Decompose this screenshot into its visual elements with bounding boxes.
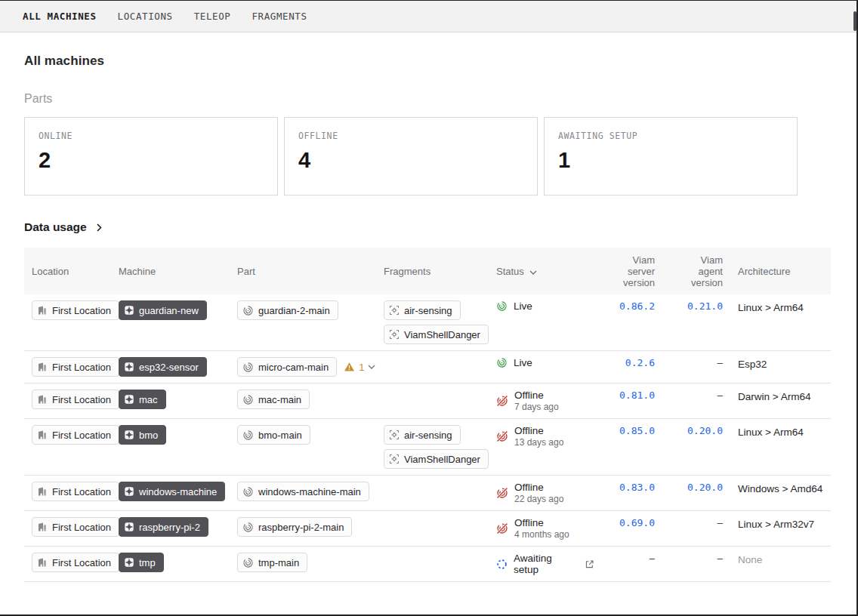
machine-chip[interactable]: mac [119,390,166,409]
location-icon [37,486,48,497]
nav-tab-teleop[interactable]: TELEOP [194,11,231,22]
server-version-link[interactable]: 0.2.6 [625,357,655,368]
machine-icon [124,486,134,497]
machine-chip-label: raspberry-pi-2 [139,522,200,533]
location-chip[interactable]: First Location [32,357,119,377]
agent-version-link[interactable]: 0.20.0 [687,482,723,493]
status-label: Awaiting setup [514,553,579,575]
agent-version-link[interactable]: 0.21.0 [687,300,723,312]
machine-chip[interactable]: tmp [119,553,164,572]
chevron-down-icon [368,365,375,369]
scrollbar-thumb[interactable] [853,11,856,31]
table-row: First Locationbmobmo-mainair-sensingViam… [24,419,831,476]
location-chip[interactable]: First Location [32,425,119,445]
machine-chip[interactable]: raspberry-pi-2 [119,517,208,537]
fragment-chip[interactable]: ViamShellDanger [384,325,489,344]
status-label: Offline [514,390,559,401]
fragment-chip[interactable]: ViamShellDanger [384,449,489,469]
machine-chip[interactable]: bmo [119,425,166,445]
status-label: Offline [514,425,563,436]
column-header-part: Part [236,248,382,294]
machine-icon [124,394,134,405]
location-chip[interactable]: First Location [32,390,119,409]
status-label: Offline [514,517,569,528]
location-chip-label: First Location [52,486,111,497]
architecture-value: Darwin > Arm64 [738,390,825,405]
column-header-label: Location [32,266,69,277]
part-warning-toggle[interactable]: 1 [344,362,375,373]
column-header-server-version: Viam server version [600,248,668,294]
location-icon [37,522,48,532]
server-version-empty: – [649,553,655,564]
stat-card-value: 2 [39,148,264,173]
part-chip[interactable]: tmp-main [237,553,307,572]
architecture-value: Esp32 [738,357,825,372]
fragment-chip-label: ViamShellDanger [404,329,480,340]
part-chip[interactable]: micro-cam-main [237,357,337,377]
data-usage-label: Data usage [24,220,87,234]
part-chip-label: micro-cam-main [258,362,329,373]
part-chip[interactable]: mac-main [237,390,310,409]
server-version-link[interactable]: 0.69.0 [619,517,655,528]
nav-tab-locations[interactable]: LOCATIONS [118,11,173,22]
column-header-label: Viam server version [613,254,655,288]
data-usage-link[interactable]: Data usage [24,220,102,234]
column-header-label: Machine [119,266,156,277]
location-chip[interactable]: First Location [32,482,119,501]
part-chip[interactable]: windows-machine-main [237,482,369,501]
server-version-link[interactable]: 0.85.0 [619,425,655,436]
machine-chip-label: bmo [139,430,158,441]
fragment-chip[interactable]: air-sensing [384,425,461,445]
stat-card-value: 1 [558,148,783,173]
machine-chip-label: windows-machine [139,486,217,497]
architecture-value: Linux > Arm64 [738,300,825,316]
table-row: First Locationwindows-machinewindows-mac… [24,476,831,511]
main-content: All machines Parts ONLINE2OFFLINE4AWAITI… [0,54,856,582]
machine-chip[interactable]: windows-machine [119,482,225,501]
status-indicator-awaiting[interactable]: Awaiting setup [496,553,594,575]
column-header-status[interactable]: Status [495,248,600,294]
part-icon [242,486,254,497]
machine-icon [124,430,134,440]
machine-chip[interactable]: esp32-sensor [119,357,207,377]
server-version-link[interactable]: 0.83.0 [619,482,655,493]
server-version-link[interactable]: 0.81.0 [619,390,655,401]
part-chip-label: mac-main [258,394,301,405]
server-version-link[interactable]: 0.86.2 [619,300,655,312]
machine-icon [124,557,134,568]
stat-card-value: 4 [298,148,523,173]
fragment-icon [389,454,400,464]
location-chip[interactable]: First Location [32,553,119,572]
part-chip-label: bmo-main [258,430,302,441]
location-icon [37,557,48,568]
status-indicator-live: Live [496,357,594,368]
location-chip-label: First Location [52,522,111,533]
fragment-chip-label: ViamShellDanger [404,454,480,465]
machine-icon [124,522,134,532]
part-chip[interactable]: bmo-main [237,425,310,445]
nav-tab-all-machines[interactable]: ALL MACHINES [23,11,97,22]
part-chip[interactable]: raspberry-pi-2-main [237,517,352,537]
part-icon [242,557,254,568]
status-subtext: 22 days ago [514,494,563,504]
location-chip-label: First Location [52,557,111,568]
part-chip-label: guardian-2-main [258,305,330,316]
machine-chip[interactable]: guardian-new [119,300,207,320]
nav-tab-fragments[interactable]: FRAGMENTS [252,11,307,22]
column-header-label: Part [237,266,255,277]
stat-card-label: OFFLINE [298,131,523,141]
fragment-chip[interactable]: air-sensing [384,300,461,320]
table-header: LocationMachinePartFragmentsStatusViam s… [24,248,831,294]
page-title: All machines [24,54,832,69]
column-header-agent-version: Viam agent version [668,248,736,294]
agent-version-empty: – [717,357,723,368]
column-header-fragments: Fragments [382,248,495,294]
architecture-value: Linux > Arm32v7 [738,517,825,532]
machine-chip-label: tmp [139,557,156,568]
part-chip[interactable]: guardian-2-main [237,300,338,320]
location-chip[interactable]: First Location [32,517,119,537]
agent-version-empty: – [717,390,723,401]
agent-version-empty: – [717,517,723,528]
agent-version-link[interactable]: 0.20.0 [687,425,723,436]
location-chip[interactable]: First Location [32,300,119,320]
